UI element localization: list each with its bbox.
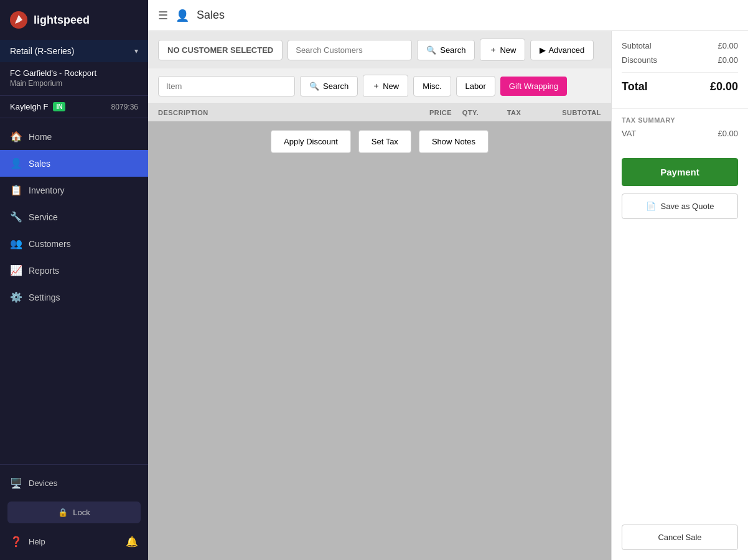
sidebar-item-label: Inventory [29,185,65,195]
sidebar-item-label: Sales [29,159,50,169]
user-info: Kayleigh F IN [10,102,65,111]
vat-row: VAT £0.00 [622,129,738,138]
sidebar-item-label: Help [29,537,45,546]
inventory-icon: 📋 [10,184,21,196]
store-name: Retail (R-Series) [10,46,74,56]
menu-icon[interactable]: ☰ [158,9,168,22]
store-selector[interactable]: Retail (R-Series) ▾ [0,40,148,62]
sidebar-item-service[interactable]: 🔧 Service [0,203,148,230]
user-timer: 8079:36 [111,103,138,111]
subtotal-row: Subtotal £0.00 [622,41,738,50]
new-customer-button[interactable]: ＋ New [480,39,525,61]
sidebar-bottom: 🖥️ Devices 🔒 Lock ❓ Help 🔔 [0,464,148,560]
col-subtotal-header: SUBTOTAL [539,109,601,116]
topbar: ☰ 👤 Sales [148,0,748,31]
sidebar-item-customers[interactable]: 👥 Customers [0,230,148,257]
lightspeed-logo-icon [10,11,27,29]
content-area: NO CUSTOMER SELECTED 🔍 Search ＋ New ▶ Ad… [148,31,748,560]
vat-label: VAT [622,129,636,138]
user-name: Kayleigh F [10,102,48,111]
item-input[interactable] [158,76,295,96]
quote-icon: 📄 [646,202,656,211]
search-icon: 🔍 [309,82,319,91]
sidebar-item-inventory[interactable]: 📋 Inventory [0,177,148,203]
home-icon: 🏠 [10,131,21,142]
page-title: Sales [197,9,225,22]
vat-value: £0.00 [718,129,738,138]
save-as-quote-button[interactable]: 📄 Save as Quote [622,194,738,219]
sidebar-logo-text: lightspeed [34,14,90,27]
settings-icon: ⚙️ [10,291,21,303]
lock-label: Lock [73,508,90,517]
sidebar-item-label: Customers [29,239,71,249]
sidebar-nav: 🏠 Home 👤 Sales 📋 Inventory 🔧 Service 👥 C… [0,118,148,464]
gift-wrap-button[interactable]: Gift Wrapping [500,77,567,96]
sidebar-location: FC Garfield's - Rockport Main Emporium [0,62,148,96]
search-customers-button[interactable]: 🔍 Search [417,40,475,60]
notification-icon: 🔔 [126,536,138,548]
new-item-button[interactable]: ＋ New [363,75,408,97]
item-bar: 🔍 Search ＋ New Misc. Labor Gift Wrapping [148,68,611,104]
sales-empty-area [148,162,611,560]
item-search-button[interactable]: 🔍 Search [300,76,358,96]
cancel-sale-button[interactable]: Cancel Sale [622,525,738,550]
sidebar-item-sales[interactable]: 👤 Sales [0,150,148,177]
discounts-label: Discounts [622,55,657,65]
totals-section: Subtotal £0.00 Discounts £0.00 Total £0.… [612,31,748,108]
sales-panel: NO CUSTOMER SELECTED 🔍 Search ＋ New ▶ Ad… [148,31,611,560]
right-panel-spacer [612,226,748,525]
payment-button[interactable]: Payment [622,158,738,186]
apply-discount-button[interactable]: Apply Discount [271,130,351,153]
col-description-header: DESCRIPTION [158,109,402,116]
lock-button[interactable]: 🔒 Lock [7,502,141,523]
col-price-header: PRICE [402,109,452,116]
sidebar-item-settings[interactable]: ⚙️ Settings [0,284,148,310]
sidebar-item-reports[interactable]: 📈 Reports [0,257,148,284]
sidebar: lightspeed Retail (R-Series) ▾ FC Garfie… [0,0,148,560]
col-tax-header: TAX [489,109,539,116]
sidebar-logo[interactable]: lightspeed [0,0,148,40]
misc-button[interactable]: Misc. [413,76,451,96]
search-icon: 🔍 [426,45,436,55]
search-customers-input[interactable] [288,40,412,60]
action-row: Apply Discount Set Tax Show Notes [148,121,611,162]
chevron-right-icon: ▶ [540,45,546,55]
total-row: Total £0.00 [622,72,738,93]
subtotal-value: £0.00 [718,41,738,50]
chevron-down-icon: ▾ [134,47,138,55]
customers-icon: 👥 [10,238,21,250]
user-status-badge: IN [53,102,65,111]
location-main: FC Garfield's - Rockport [10,68,138,78]
sidebar-item-label: Devices [29,478,57,488]
service-icon: 🔧 [10,211,21,223]
sidebar-item-help[interactable]: ❓ Help 🔔 [0,528,148,555]
total-value: £0.00 [710,80,738,93]
table-header: DESCRIPTION PRICE QTY. TAX SUBTOTAL [148,104,611,121]
sidebar-item-home[interactable]: 🏠 Home [0,123,148,150]
col-qty-header: QTY. [452,109,489,116]
plus-icon: ＋ [372,80,380,91]
right-panel: Subtotal £0.00 Discounts £0.00 Total £0.… [611,31,748,560]
total-label: Total [622,80,648,93]
sales-icon: 👤 [10,157,21,169]
tax-summary-label: TAX SUMMARY [622,116,738,124]
sidebar-item-label: Service [29,212,58,222]
customer-bar: NO CUSTOMER SELECTED 🔍 Search ＋ New ▶ Ad… [148,31,611,68]
sidebar-item-devices[interactable]: 🖥️ Devices [0,470,148,497]
set-tax-button[interactable]: Set Tax [358,130,411,153]
labor-button[interactable]: Labor [456,76,495,96]
plus-icon: ＋ [489,44,497,55]
sidebar-user[interactable]: Kayleigh F IN 8079:36 [0,96,148,118]
reports-icon: 📈 [10,264,21,276]
sidebar-item-label: Settings [29,292,60,302]
show-notes-button[interactable]: Show Notes [419,130,489,153]
sidebar-item-label: Reports [29,266,59,276]
discounts-value: £0.00 [718,55,738,65]
advanced-button[interactable]: ▶ Advanced [530,40,594,60]
devices-icon: 🖥️ [10,477,21,489]
help-icon: ❓ [10,536,21,548]
main-area: ☰ 👤 Sales NO CUSTOMER SELECTED 🔍 Search … [148,0,748,560]
no-customer-button[interactable]: NO CUSTOMER SELECTED [158,40,283,60]
tax-summary-section: TAX SUMMARY VAT £0.00 [612,108,748,151]
location-sub: Main Emporium [10,79,138,88]
